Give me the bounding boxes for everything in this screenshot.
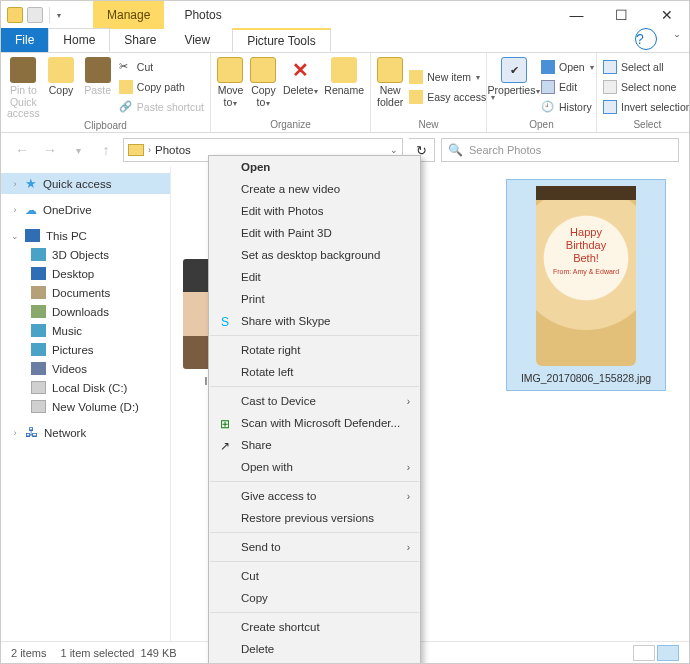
copy-to-icon [250, 57, 276, 83]
ctx-separator [210, 386, 419, 387]
group-label-organize: Organize [217, 119, 364, 132]
app-icon [27, 7, 43, 23]
copy-button[interactable]: Copy [46, 55, 77, 120]
ctx-print[interactable]: Print [209, 288, 420, 310]
tab-share[interactable]: Share [110, 28, 170, 52]
edit-button-ribbon[interactable]: Edit [541, 78, 594, 96]
minimize-button[interactable]: — [554, 1, 599, 29]
ctx-cut[interactable]: Cut [209, 565, 420, 587]
rename-button[interactable]: Rename [324, 55, 364, 119]
thumbnail-image: Happy Birthday Beth! From: Amy & Edward [536, 186, 636, 366]
new-folder-button[interactable]: New folder [377, 55, 403, 119]
edit-icon [541, 80, 555, 94]
nav-back-button[interactable]: ← [11, 139, 33, 161]
group-label-open: Open [493, 119, 590, 132]
tab-picture-tools[interactable]: Picture Tools [232, 28, 330, 52]
downloads-icon [31, 305, 46, 318]
ctx-rename[interactable]: Rename [209, 660, 420, 664]
ctx-give-access[interactable]: Give access to› [209, 485, 420, 507]
move-to-icon [217, 57, 243, 83]
breadcrumb[interactable]: Photos [155, 144, 191, 156]
nav-forward-button[interactable]: → [39, 139, 61, 161]
ctx-create-video[interactable]: Create a new video [209, 178, 420, 200]
ctx-share-skype[interactable]: SShare with Skype [209, 310, 420, 332]
maximize-button[interactable]: ☐ [599, 1, 644, 29]
ctx-restore-prev[interactable]: Restore previous versions [209, 507, 420, 529]
sidebar-item-desktop[interactable]: Desktop [1, 264, 170, 283]
sidebar-item-new-volume[interactable]: New Volume (D:) [1, 397, 170, 416]
ctx-set-bg[interactable]: Set as desktop background [209, 244, 420, 266]
ctx-scan-defender[interactable]: ⊞Scan with Microsoft Defender... [209, 412, 420, 434]
sidebar-item-downloads[interactable]: Downloads [1, 302, 170, 321]
sidebar-item-music[interactable]: Music [1, 321, 170, 340]
drive-icon [31, 400, 46, 413]
search-icon: 🔍 [448, 143, 463, 157]
sidebar-item-onedrive[interactable]: ›☁OneDrive [1, 200, 170, 220]
ctx-send-to[interactable]: Send to› [209, 536, 420, 558]
star-icon: ★ [25, 176, 37, 191]
delete-button[interactable]: ✕Delete▾ [283, 55, 318, 119]
invert-selection-button[interactable]: Invert selection [603, 98, 690, 116]
select-all-button[interactable]: Select all [603, 58, 690, 76]
sidebar-item-this-pc[interactable]: ⌄This PC [1, 226, 170, 245]
sidebar-item-3d-objects[interactable]: 3D Objects [1, 245, 170, 264]
copy-to-button[interactable]: Copy to▾ [250, 55, 277, 119]
ctx-open-with[interactable]: Open with› [209, 456, 420, 478]
copy-icon [48, 57, 74, 83]
help-button[interactable]: ? [635, 28, 657, 50]
select-none-button[interactable]: Select none [603, 78, 690, 96]
new-item-button[interactable]: New item▾ [409, 68, 495, 86]
ctx-edit-photos[interactable]: Edit with Photos [209, 200, 420, 222]
tab-home[interactable]: Home [48, 28, 110, 52]
view-large-icons-button[interactable] [657, 645, 679, 661]
quick-access-toolbar: ▾ [1, 1, 67, 29]
group-label-select: Select [603, 119, 690, 132]
ctx-create-shortcut[interactable]: Create shortcut [209, 616, 420, 638]
ctx-delete[interactable]: Delete [209, 638, 420, 660]
shield-icon: ⊞ [217, 416, 233, 432]
pin-to-quick-access-button[interactable]: Pin to Quick access [7, 55, 40, 120]
collapse-ribbon-icon[interactable]: ˇ [675, 34, 689, 52]
skype-icon: S [217, 314, 233, 330]
ctx-share[interactable]: ↗Share [209, 434, 420, 456]
search-input[interactable]: 🔍 Search Photos [441, 138, 679, 162]
easy-access-button[interactable]: Easy access▾ [409, 88, 495, 106]
ctx-copy[interactable]: Copy [209, 587, 420, 609]
sidebar-item-videos[interactable]: Videos [1, 359, 170, 378]
delete-icon: ✕ [288, 57, 314, 83]
nav-up-button[interactable]: ↑ [95, 139, 117, 161]
network-icon: 🖧 [25, 425, 38, 440]
properties-button[interactable]: ✔Properties▾ [493, 55, 535, 119]
ctx-edit[interactable]: Edit [209, 266, 420, 288]
close-button[interactable]: ✕ [644, 1, 689, 29]
paste-shortcut-button[interactable]: 🔗Paste shortcut [119, 98, 204, 116]
paste-icon [85, 57, 111, 83]
ctx-rotate-left[interactable]: Rotate left [209, 361, 420, 383]
copy-path-button[interactable]: Copy path [119, 78, 204, 96]
tab-view[interactable]: View [170, 28, 224, 52]
sidebar-item-network[interactable]: ›🖧Network [1, 422, 170, 443]
paste-button[interactable]: Paste [82, 55, 113, 120]
nav-recent-dropdown[interactable]: ▾ [67, 139, 89, 161]
file-item-2-selected[interactable]: Happy Birthday Beth! From: Amy & Edward … [506, 179, 666, 391]
ctx-open[interactable]: Open [209, 156, 420, 178]
open-button[interactable]: Open▾ [541, 58, 594, 76]
sidebar-item-documents[interactable]: Documents [1, 283, 170, 302]
sidebar-item-local-disk[interactable]: Local Disk (C:) [1, 378, 170, 397]
ctx-rotate-right[interactable]: Rotate right [209, 339, 420, 361]
sidebar-item-quick-access[interactable]: ›★Quick access [1, 173, 170, 194]
address-dropdown-icon[interactable]: ⌄ [390, 145, 398, 155]
view-details-button[interactable] [633, 645, 655, 661]
history-button[interactable]: 🕘History [541, 98, 594, 116]
history-icon: 🕘 [541, 100, 555, 114]
ctx-edit-paint3d[interactable]: Edit with Paint 3D [209, 222, 420, 244]
cut-button[interactable]: ✂Cut [119, 58, 204, 76]
ctx-cast[interactable]: Cast to Device› [209, 390, 420, 412]
move-to-button[interactable]: Move to▾ [217, 55, 244, 119]
chevron-right-icon[interactable]: › [148, 145, 151, 155]
tab-file[interactable]: File [1, 28, 48, 52]
ribbon-group-organize: Move to▾ Copy to▾ ✕Delete▾ Rename Organi… [211, 53, 371, 132]
sidebar-item-pictures[interactable]: Pictures [1, 340, 170, 359]
ctx-separator [210, 561, 419, 562]
qat-dropdown-icon[interactable]: ▾ [57, 11, 61, 20]
